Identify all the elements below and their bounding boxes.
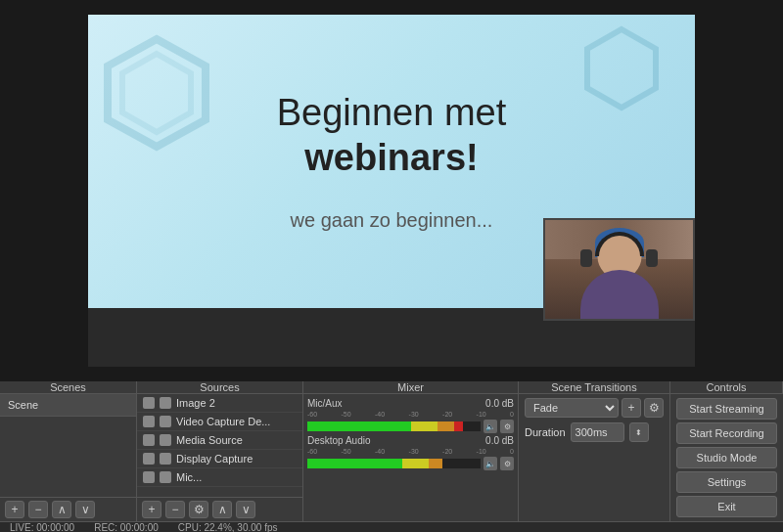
slide-title-line2: webinars! — [304, 137, 478, 178]
panel-content: Scene + − ∧ ∨ Image 2 Video Capture De..… — [0, 394, 783, 521]
sources-toolbar: + − ⚙ ∧ ∨ — [137, 497, 302, 521]
mixer-desktop-meter — [307, 459, 481, 468]
add-source-button[interactable]: + — [142, 501, 161, 518]
meter-orange-d — [429, 459, 442, 468]
mute-desktop-icon[interactable]: 🔈 — [484, 457, 497, 470]
meter-yellow-d — [402, 459, 429, 468]
mixer-mic-scale: -60-50-40-30-20-100 — [307, 411, 514, 418]
start-streaming-button[interactable]: Start Streaming — [676, 398, 777, 420]
mixer-desktop-label-row: Desktop Audio 0.0 dB — [307, 435, 514, 446]
source-item-media[interactable]: Media Source — [137, 431, 302, 450]
source-label: Video Capture De... — [176, 416, 270, 427]
lock-icon — [160, 434, 171, 446]
rec-status: REC: 00:00:00 — [94, 522, 159, 532]
webcam-overlay — [543, 218, 695, 321]
visibility-icon — [143, 471, 155, 483]
meter-red — [454, 421, 463, 431]
meter-green — [307, 421, 411, 431]
source-label: Mic... — [176, 471, 202, 483]
studio-mode-button[interactable]: Studio Mode — [676, 447, 777, 468]
source-settings-button[interactable]: ⚙ — [189, 501, 208, 518]
transitions-panel-header: Scene Transitions — [519, 381, 670, 393]
panel-headers: Scenes Sources Mixer Scene Transitions C… — [0, 381, 783, 394]
start-recording-button[interactable]: Start Recording — [676, 422, 777, 444]
scenes-panel: Scene + − ∧ ∨ — [0, 394, 137, 521]
duration-label: Duration — [525, 426, 566, 438]
mixer-desktop-db: 0.0 dB — [485, 435, 514, 446]
live-status: LIVE: 00:00:00 — [10, 522, 74, 532]
meter-green-d — [307, 459, 402, 468]
slide-subtitle: we gaan zo beginnen... — [291, 209, 493, 232]
meter-yellow — [411, 421, 438, 431]
mixer-desktop-name: Desktop Audio — [307, 435, 371, 446]
exit-button[interactable]: Exit — [676, 496, 777, 517]
mixer-channel-desktop: Desktop Audio 0.0 dB -60-50-40-30-20-100 — [307, 435, 514, 470]
meter-orange — [438, 421, 455, 431]
status-bar: LIVE: 00:00:00 REC: 00:00:00 CPU: 22.4%,… — [0, 521, 783, 532]
meter-bar-fill-desktop — [307, 459, 481, 468]
remove-source-button[interactable]: − — [165, 501, 185, 518]
mixer-channel-mic: Mic/Aux 0.0 dB -60-50-40-30-20-100 — [307, 398, 514, 433]
webcam-person — [545, 220, 693, 319]
add-transition-button[interactable]: + — [622, 398, 641, 418]
visibility-icon — [143, 434, 155, 446]
move-source-up-button[interactable]: ∧ — [212, 501, 232, 518]
move-source-down-button[interactable]: ∨ — [236, 501, 255, 518]
mixer-desktop-meter-row: 🔈 ⚙ — [307, 457, 514, 470]
transition-duration-row: Duration ⬍ — [525, 422, 664, 442]
transition-settings-button[interactable]: ⚙ — [644, 398, 664, 418]
sources-panel-header: Sources — [137, 381, 303, 393]
mixer-desktop-scale: -60-50-40-30-20-100 — [307, 448, 514, 455]
mute-icon[interactable]: 🔈 — [484, 420, 497, 433]
remove-scene-button[interactable]: − — [28, 501, 48, 518]
visibility-icon — [143, 416, 155, 427]
mixer-panel: Mic/Aux 0.0 dB -60-50-40-30-20-100 — [303, 394, 519, 521]
bottom-panel: Scenes Sources Mixer Scene Transitions C… — [0, 381, 783, 532]
controls-panel-header: Controls — [670, 381, 783, 393]
meter-bar-fill — [307, 421, 481, 431]
lock-icon — [160, 397, 171, 409]
lock-icon — [160, 471, 171, 483]
source-label: Display Capture — [176, 453, 253, 465]
preview-area: Beginnen met webinars! we gaan zo beginn… — [0, 0, 783, 381]
cpu-status: CPU: 22.4%, 30.00 fps — [178, 522, 278, 532]
duration-input[interactable] — [571, 422, 624, 442]
mixer-mic-label-row: Mic/Aux 0.0 dB — [307, 398, 514, 409]
source-item-display[interactable]: Display Capture — [137, 450, 302, 468]
mixer-settings-icon[interactable]: ⚙ — [500, 420, 514, 433]
scenes-toolbar: + − ∧ ∨ — [0, 497, 136, 521]
mixer-panel-header: Mixer — [303, 381, 519, 393]
mixer-mic-db: 0.0 dB — [485, 398, 514, 409]
source-item-video-capture[interactable]: Video Capture De... — [137, 413, 302, 431]
lock-icon — [160, 453, 171, 465]
move-scene-up-button[interactable]: ∧ — [52, 501, 71, 518]
mixer-desktop-settings-icon[interactable]: ⚙ — [500, 457, 514, 470]
slide-title-line1: Beginnen met — [277, 92, 507, 133]
scene-item[interactable]: Scene — [0, 394, 136, 417]
source-label: Media Source — [176, 434, 243, 446]
slide-title: Beginnen met webinars! — [277, 91, 507, 180]
controls-panel: Start Streaming Start Recording Studio M… — [670, 394, 783, 521]
lock-icon — [160, 416, 171, 427]
person-body — [580, 270, 659, 319]
transitions-panel: Fade + ⚙ Duration ⬍ — [519, 394, 670, 521]
source-item-mic[interactable]: Mic... — [137, 468, 302, 487]
scenes-panel-header: Scenes — [0, 381, 137, 393]
move-scene-down-button[interactable]: ∨ — [75, 501, 95, 518]
transition-type-select[interactable]: Fade — [525, 398, 619, 418]
source-label: Image 2 — [176, 397, 215, 409]
transition-select-row: Fade + ⚙ — [525, 398, 664, 418]
headphone-ear-left — [580, 249, 592, 267]
add-scene-button[interactable]: + — [5, 501, 24, 518]
sources-panel: Image 2 Video Capture De... Media Source… — [137, 394, 303, 521]
settings-button[interactable]: Settings — [676, 471, 777, 493]
duration-spinner[interactable]: ⬍ — [629, 422, 649, 442]
mixer-mic-meter-row: 🔈 ⚙ — [307, 420, 514, 433]
mixer-mic-meter — [307, 421, 481, 431]
visibility-icon — [143, 453, 155, 465]
headphone-ear-right — [646, 249, 658, 267]
mixer-mic-name: Mic/Aux — [307, 398, 343, 409]
source-item-image2[interactable]: Image 2 — [137, 394, 302, 413]
visibility-icon — [143, 397, 155, 409]
